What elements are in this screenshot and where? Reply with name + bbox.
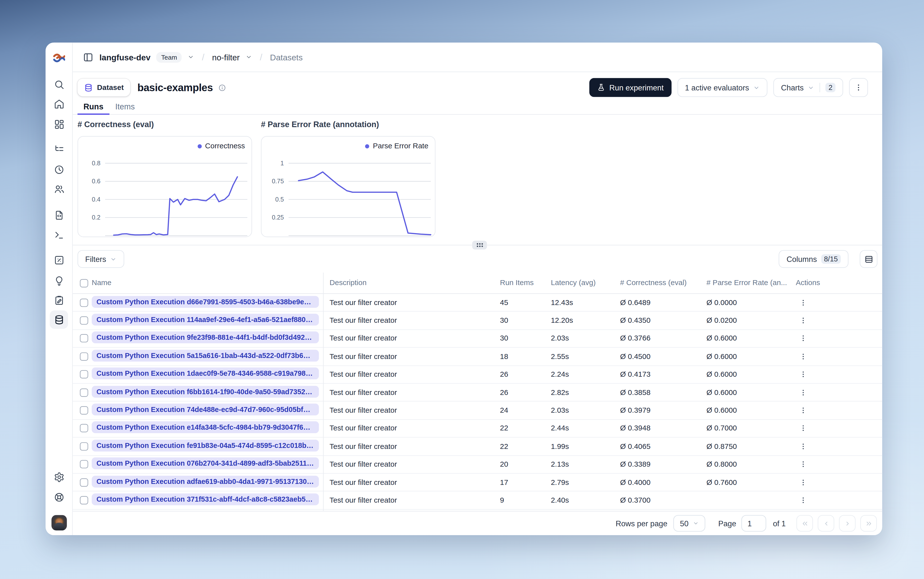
run-name-link[interactable]: Custom Python Execution 74de488e-ec9d-47… [92,404,319,415]
content: Dataset basic-examples Run experiment 1 … [73,72,882,535]
row-checkbox[interactable] [80,334,88,343]
row-checkbox[interactable] [80,442,88,451]
row-height-button[interactable] [860,250,877,268]
table-row: Custom Python Execution adfae619-abb0-4d… [73,474,882,492]
correctness-value: Ø 0.3858 [620,388,650,397]
row-checkbox[interactable] [80,298,88,307]
column-header-latency[interactable]: Latency (avg) [551,278,596,287]
run-name-link[interactable]: Custom Python Execution adfae619-abb0-4d… [92,476,319,487]
row-checkbox[interactable] [80,352,88,361]
breadcrumb-project[interactable]: no-filter [212,52,240,62]
previous-page-button[interactable] [818,515,834,532]
chevron-down-icon[interactable] [188,54,194,60]
table-row: Custom Python Execution d66e7991-8595-45… [73,294,882,312]
breadcrumb-org[interactable]: langfuse-dev [99,52,151,62]
run-name-link[interactable]: Custom Python Execution d66e7991-8595-45… [92,296,319,307]
run-name-link[interactable]: Custom Python Execution 9fe23f98-881e-44… [92,332,319,343]
row-checkbox[interactable] [80,478,88,487]
search-icon[interactable] [54,79,64,90]
user-avatar[interactable] [52,515,67,530]
langfuse-logo-icon[interactable] [53,53,65,62]
svg-text:0.8: 0.8 [92,160,101,167]
row-actions-button[interactable] [799,353,807,360]
latency-value: 2.24s [551,370,569,379]
columns-button[interactable]: Columns 8/15 [779,250,848,268]
tab-runs[interactable]: Runs [77,99,109,114]
next-page-button[interactable] [839,515,855,532]
correctness-line-chart: 0.20.40.60.8 [78,136,251,237]
run-name-link[interactable]: Custom Python Execution 114aa9ef-29e6-4e… [92,314,319,325]
scores-percent-icon[interactable] [54,255,64,265]
tab-items[interactable]: Items [109,99,141,114]
more-actions-button[interactable] [849,78,868,97]
correctness-value: Ø 0.6489 [620,298,650,307]
dashboards-icon[interactable] [54,119,64,129]
row-actions-button[interactable] [799,407,807,414]
row-actions-button[interactable] [799,461,807,468]
evaluators-dropdown[interactable]: 1 active evaluators [677,78,767,97]
column-header-parse-error[interactable]: # Parse Error Rate (an... [706,278,787,287]
run-name-link[interactable]: Custom Python Execution fe91b83e-04a5-47… [92,440,319,451]
row-actions-button[interactable] [799,496,807,504]
row-actions-button[interactable] [799,443,807,450]
row-checkbox[interactable] [80,370,88,379]
column-header-name[interactable]: Name [92,278,111,287]
info-icon[interactable] [218,84,226,92]
row-checkbox[interactable] [80,388,88,397]
sessions-clock-icon[interactable] [54,164,64,175]
row-actions-button[interactable] [799,478,807,486]
run-name-link[interactable]: Custom Python Execution 1daec0f9-5e78-43… [92,368,319,379]
run-name-link[interactable]: Custom Python Execution e14fa348-5cfc-49… [92,422,319,433]
columns-count-badge: 8/15 [821,254,840,263]
row-checkbox[interactable] [80,424,88,433]
run-items-value: 30 [500,316,508,325]
filters-button[interactable]: Filters [77,250,125,268]
page-number-input[interactable] [742,515,767,532]
select-all-checkbox[interactable] [80,279,88,288]
parse-error-value: Ø 0.0000 [706,298,737,307]
users-icon[interactable] [54,184,64,195]
first-page-button[interactable] [796,515,813,532]
kebab-menu-icon [799,443,807,450]
row-actions-button[interactable] [799,317,807,324]
row-checkbox[interactable] [80,316,88,325]
resize-grip-handle[interactable] [472,241,487,250]
playground-terminal-icon[interactable] [54,229,64,240]
column-header-description[interactable]: Description [329,278,367,287]
row-checkbox[interactable] [80,460,88,469]
last-page-button[interactable] [860,515,877,532]
home-icon[interactable] [54,99,64,110]
run-name-link[interactable]: Custom Python Execution 371f531c-abff-4d… [92,494,319,505]
run-name-link[interactable]: Custom Python Execution 5a15a616-1bab-44… [92,350,319,361]
settings-gear-icon[interactable] [54,472,64,483]
row-checkbox[interactable] [80,406,88,415]
charts-dropdown[interactable]: Charts 2 [773,78,843,97]
run-experiment-button[interactable]: Run experiment [589,78,671,97]
tracing-tree-icon[interactable] [54,144,64,155]
run-name-link[interactable]: Custom Python Execution 076b2704-341d-48… [92,458,319,469]
sidebar-item-datasets[interactable] [50,311,68,329]
prompts-file-code-icon[interactable] [54,210,64,221]
row-checkbox[interactable] [80,496,88,505]
column-header-correctness[interactable]: # Correctness (eval) [620,278,686,287]
database-icon [84,83,93,92]
row-actions-button[interactable] [799,371,807,378]
evaluators-lightbulb-icon[interactable] [54,275,64,286]
rows-per-page-select[interactable]: 50 [673,515,705,532]
row-actions-button[interactable] [799,389,807,396]
breadcrumb-section[interactable]: Datasets [270,52,303,62]
column-header-run-items[interactable]: Run Items [500,278,534,287]
run-items-value: 22 [500,424,508,433]
run-name-link[interactable]: Custom Python Execution f6bb1614-1f90-40… [92,386,319,397]
latency-value: 2.55s [551,352,569,361]
row-actions-button[interactable] [799,299,807,306]
annotation-clipboard-icon[interactable] [54,295,64,306]
panel-toggle-icon[interactable] [83,52,93,62]
support-lifebuoy-icon[interactable] [54,492,64,503]
latency-value: 2.79s [551,478,569,487]
row-actions-button[interactable] [799,425,807,432]
parse-error-value: Ø 0.6000 [706,388,737,397]
chevron-down-icon[interactable] [246,54,252,60]
row-actions-button[interactable] [799,335,807,342]
table-row: Custom Python Execution 74de488e-ec9d-47… [73,402,882,420]
